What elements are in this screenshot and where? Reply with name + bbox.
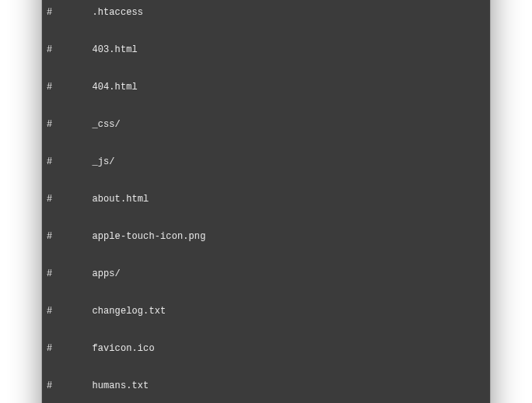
terminal-content[interactable]: # # Initial commit # # Untracked files: … <box>42 0 490 403</box>
terminal-line: # .htaccess <box>47 6 485 19</box>
terminal-line: # 404.html <box>47 81 485 93</box>
terminal-line: # about.html <box>47 193 485 205</box>
terminal-line: # _css/ <box>47 118 485 131</box>
terminal-line: # changelog.txt <box>47 305 485 317</box>
terminal-line: # favicon.ico <box>47 342 485 355</box>
terminal-line: # humans.txt <box>47 380 485 392</box>
terminal-line: # 403.html <box>47 44 485 56</box>
terminal-window: cornerstone-dev — bash — 80×24 bash # # … <box>42 0 490 403</box>
terminal-line: # _js/ <box>47 156 485 168</box>
terminal-line: # apps/ <box>47 268 485 280</box>
terminal-line: # apple-touch-icon.png <box>47 230 485 243</box>
